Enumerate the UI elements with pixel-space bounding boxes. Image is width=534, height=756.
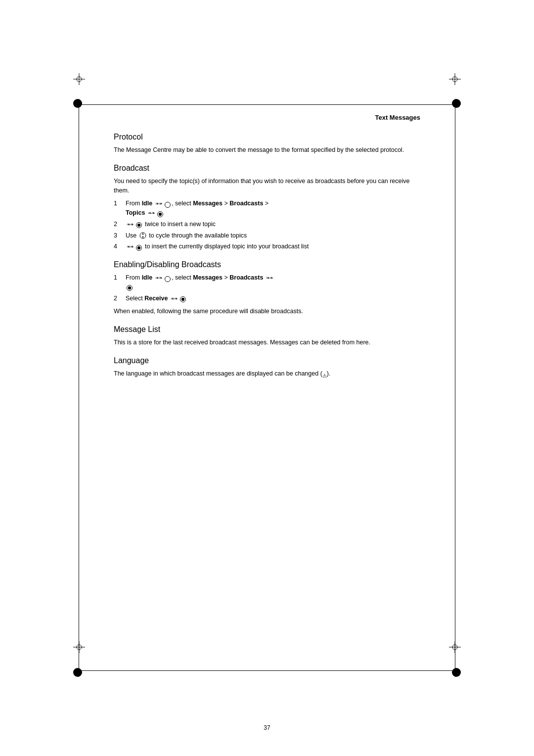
reg-mark-top-left <box>73 73 85 85</box>
enabling-step-2: 2 Select Receive ❧❧ <box>114 294 420 303</box>
page-content: Text Messages Protocol The Message Centr… <box>114 114 420 657</box>
confirm-icon-5 <box>180 296 186 302</box>
protocol-body: The Message Centre may be able to conver… <box>114 145 420 155</box>
section-broadcast: Broadcast You need to specify the topic(… <box>114 164 420 251</box>
wave-icon-6: ❧❧ <box>266 274 272 282</box>
bullet-bottom-left <box>73 668 82 677</box>
border-left <box>79 99 79 677</box>
confirm-icon-3 <box>136 245 142 251</box>
confirm-icon-4 <box>127 285 133 291</box>
wave-icon-2: ❧❧ <box>147 209 154 217</box>
page-number: 37 <box>0 724 534 731</box>
wave-icon-1: ❧❧ <box>155 200 162 207</box>
section-protocol: Protocol The Message Centre may be able … <box>114 133 420 155</box>
broadcast-step-2: 2 ❧❧ twice to insert a new topic <box>114 220 420 229</box>
border-top <box>79 104 455 105</box>
select-icon-2 <box>165 276 171 282</box>
wave-icon-5: ❧❧ <box>155 274 162 282</box>
border-right <box>455 99 455 677</box>
header-title: Text Messages <box>375 114 420 121</box>
language-heading: Language <box>114 356 420 365</box>
message-list-body: This is a store for the last received br… <box>114 338 420 347</box>
reg-mark-bottom-left <box>73 641 85 653</box>
section-message-list: Message List This is a store for the las… <box>114 325 420 347</box>
message-list-heading: Message List <box>114 325 420 334</box>
section-language: Language The language in which broadcast… <box>114 356 420 379</box>
confirm-icon-1 <box>157 211 163 217</box>
nav-icon <box>139 232 146 239</box>
enabling-heading: Enabling/Disabling Broadcasts <box>114 260 420 269</box>
broadcast-step-1: 1 From Idle ❧❧ , select Messages > Broad… <box>114 199 420 218</box>
bullet-bottom-right <box>452 668 461 677</box>
broadcast-intro: You need to specify the topic(s) of info… <box>114 177 420 195</box>
reg-mark-top-right <box>449 73 461 85</box>
enabling-footer: When enabled, following the same procedu… <box>114 307 420 316</box>
broadcast-steps: 1 From Idle ❧❧ , select Messages > Broad… <box>114 199 420 251</box>
confirm-icon-2 <box>136 222 142 228</box>
section-enabling: Enabling/Disabling Broadcasts 1 From Idl… <box>114 260 420 316</box>
enabling-step-1: 1 From Idle ❧❧ , select Messages > Broad… <box>114 273 420 292</box>
language-icon: ⚠ <box>322 373 327 378</box>
enabling-steps: 1 From Idle ❧❧ , select Messages > Broad… <box>114 273 420 303</box>
page: Text Messages Protocol The Message Centr… <box>0 0 534 756</box>
bullet-top-left <box>73 99 82 108</box>
wave-icon-4: ❧❧ <box>126 243 133 250</box>
broadcast-heading: Broadcast <box>114 164 420 173</box>
wave-icon-3: ❧❧ <box>126 221 133 228</box>
select-icon-1 <box>165 202 171 208</box>
svg-marker-14 <box>142 236 144 238</box>
protocol-heading: Protocol <box>114 133 420 142</box>
svg-marker-13 <box>142 233 144 235</box>
page-header: Text Messages <box>114 114 420 124</box>
bullet-top-right <box>452 99 461 108</box>
border-bottom <box>79 670 455 671</box>
broadcast-step-3: 3 Use to cycle through the available top… <box>114 231 420 240</box>
language-body: The language in which broadcast messages… <box>114 369 420 379</box>
broadcast-step-4: 4 ❧❧ to insert the currently displayed t… <box>114 242 420 251</box>
wave-icon-7: ❧❧ <box>170 295 177 302</box>
